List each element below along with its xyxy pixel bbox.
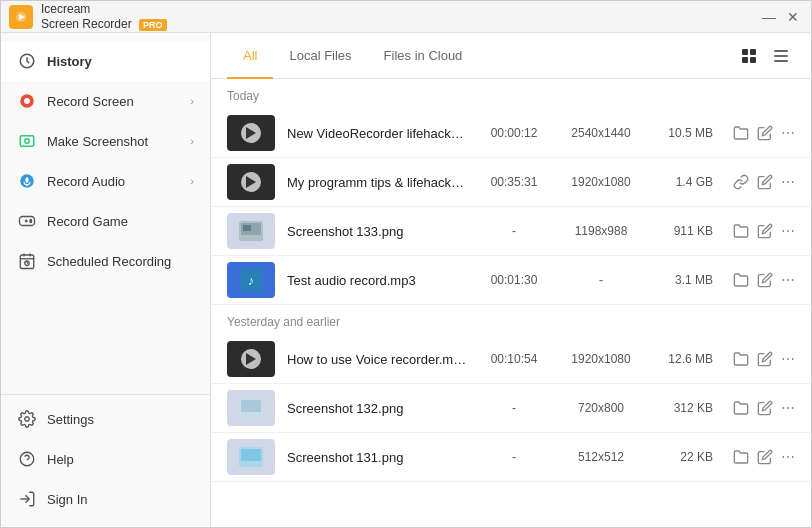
- table-row[interactable]: My programm tips & lifehacks.mp4 00:35:3…: [211, 158, 811, 207]
- sidebar-item-record-game[interactable]: Record Game: [1, 201, 210, 241]
- file-size: 911 KB: [653, 224, 713, 238]
- sidebar-item-record-audio[interactable]: Record Audio ›: [1, 161, 210, 201]
- file-size: 22 KB: [653, 450, 713, 464]
- help-icon: [17, 449, 37, 469]
- edit-button[interactable]: [757, 174, 773, 190]
- content-area: All Local Files Files in Cloud: [211, 33, 811, 527]
- more-button[interactable]: ⋯: [781, 449, 795, 465]
- table-row[interactable]: Screenshot 132.png - 720x800 312 KB ⋯: [211, 384, 811, 433]
- app-icon: [9, 5, 33, 29]
- file-list: Today New VideoRecorder lifehacks.mp4 00…: [211, 79, 811, 527]
- file-actions: ⋯: [733, 174, 795, 190]
- svg-rect-9: [26, 177, 29, 182]
- tab-local-files[interactable]: Local Files: [273, 33, 367, 79]
- file-size: 12.6 MB: [653, 352, 713, 366]
- more-button[interactable]: ⋯: [781, 272, 795, 288]
- sidebar-item-history[interactable]: History: [1, 41, 210, 81]
- screenshot-icon: [17, 131, 37, 151]
- sidebar-item-make-screenshot[interactable]: Make Screenshot ›: [1, 121, 210, 161]
- folder-button[interactable]: [733, 272, 749, 288]
- folder-button[interactable]: [733, 400, 749, 416]
- svg-rect-31: [774, 50, 788, 52]
- file-name: Screenshot 133.png: [287, 224, 467, 239]
- tab-files-in-cloud[interactable]: Files in Cloud: [368, 33, 479, 79]
- file-duration: -: [479, 450, 549, 464]
- sidebar-label-scheduled: Scheduled Recording: [47, 254, 171, 269]
- file-duration: 00:35:31: [479, 175, 549, 189]
- more-button[interactable]: ⋯: [781, 351, 795, 367]
- svg-rect-45: [241, 449, 261, 461]
- minimize-button[interactable]: —: [759, 7, 779, 27]
- more-button[interactable]: ⋯: [781, 223, 795, 239]
- folder-button[interactable]: [733, 351, 749, 367]
- more-button[interactable]: ⋯: [781, 400, 795, 416]
- file-name: My programm tips & lifehacks.mp4: [287, 175, 467, 190]
- edit-button[interactable]: [757, 400, 773, 416]
- table-row[interactable]: Screenshot 131.png - 512x512 22 KB ⋯: [211, 433, 811, 482]
- file-size: 312 KB: [653, 401, 713, 415]
- file-thumbnail: [227, 439, 275, 475]
- record-screen-icon: [17, 91, 37, 111]
- svg-rect-33: [774, 60, 788, 62]
- folder-button[interactable]: [733, 125, 749, 141]
- pro-badge: PRO: [139, 19, 167, 31]
- sidebar-label-sign-in: Sign In: [47, 492, 87, 507]
- file-duration: 00:00:12: [479, 126, 549, 140]
- titlebar: Icecream Screen Recorder PRO — ✕: [1, 1, 811, 33]
- svg-rect-32: [774, 55, 788, 57]
- sidebar-item-scheduled-recording[interactable]: Scheduled Recording: [1, 241, 210, 281]
- file-thumbnail: [227, 341, 275, 377]
- app-name-line1: Icecream: [41, 2, 90, 16]
- edit-button[interactable]: [757, 125, 773, 141]
- file-resolution: 1920x1080: [561, 352, 641, 366]
- folder-button[interactable]: [733, 449, 749, 465]
- svg-rect-6: [20, 136, 34, 147]
- tab-all[interactable]: All: [227, 33, 273, 79]
- file-resolution: 2540x1440: [561, 126, 641, 140]
- sidebar-item-record-screen[interactable]: Record Screen ›: [1, 81, 210, 121]
- list-view-button[interactable]: [767, 42, 795, 70]
- sidebar-item-help[interactable]: Help: [1, 439, 210, 479]
- file-actions: ⋯: [733, 223, 795, 239]
- svg-marker-41: [246, 353, 256, 365]
- svg-rect-29: [742, 57, 748, 63]
- file-name: How to use Voice recorder.mp4: [287, 352, 467, 367]
- app-title: Icecream Screen Recorder PRO: [41, 2, 167, 31]
- file-duration: 00:01:30: [479, 273, 549, 287]
- chevron-right-icon: ›: [190, 135, 194, 147]
- table-row[interactable]: New VideoRecorder lifehacks.mp4 00:00:12…: [211, 109, 811, 158]
- folder-button[interactable]: [733, 223, 749, 239]
- file-name: Test audio record.mp3: [287, 273, 467, 288]
- table-row[interactable]: How to use Voice recorder.mp4 00:10:54 1…: [211, 335, 811, 384]
- edit-button[interactable]: [757, 449, 773, 465]
- more-button[interactable]: ⋯: [781, 125, 795, 141]
- sidebar-item-sign-in[interactable]: Sign In: [1, 479, 210, 519]
- table-row[interactable]: Screenshot 133.png - 1198x988 911 KB ⋯: [211, 207, 811, 256]
- svg-marker-35: [246, 176, 256, 188]
- file-thumbnail: [227, 213, 275, 249]
- play-icon: [241, 349, 261, 369]
- edit-button[interactable]: [757, 223, 773, 239]
- section-yesterday-header: Yesterday and earlier: [211, 305, 811, 335]
- file-actions: ⋯: [733, 351, 795, 367]
- file-thumbnail: [227, 115, 275, 151]
- titlebar-controls: — ✕: [759, 7, 803, 27]
- link-button[interactable]: [733, 174, 749, 190]
- edit-button[interactable]: [757, 272, 773, 288]
- file-resolution: 1920x1080: [561, 175, 641, 189]
- file-actions: ⋯: [733, 400, 795, 416]
- edit-button[interactable]: [757, 351, 773, 367]
- file-thumbnail: ♪: [227, 262, 275, 298]
- svg-text:♪: ♪: [248, 273, 254, 288]
- history-icon: [17, 51, 37, 71]
- svg-point-24: [20, 452, 34, 466]
- sidebar-item-settings[interactable]: Settings: [1, 399, 210, 439]
- file-duration: -: [479, 224, 549, 238]
- play-icon: [241, 172, 261, 192]
- section-today-header: Today: [211, 79, 811, 109]
- table-row[interactable]: ♪ Test audio record.mp3 00:01:30 - 3.1 M…: [211, 256, 811, 305]
- file-actions: ⋯: [733, 272, 795, 288]
- close-button[interactable]: ✕: [783, 7, 803, 27]
- grid-view-button[interactable]: [735, 42, 763, 70]
- more-button[interactable]: ⋯: [781, 174, 795, 190]
